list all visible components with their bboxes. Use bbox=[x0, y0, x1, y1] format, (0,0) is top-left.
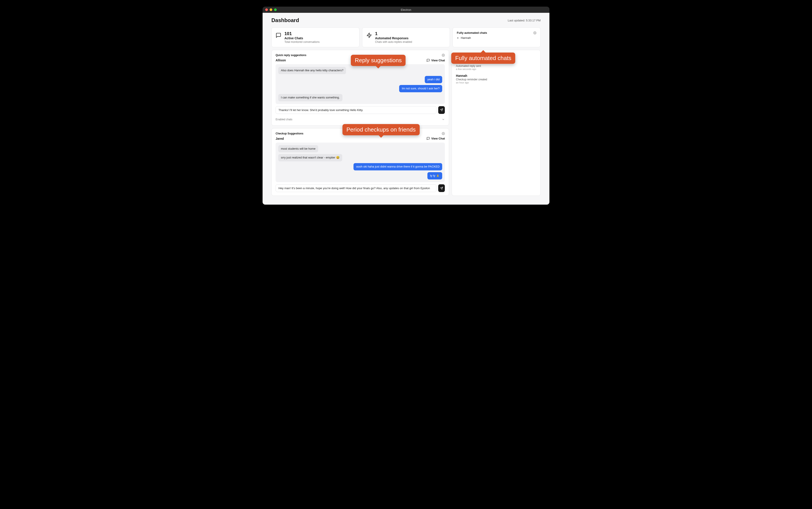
recent-activity-card: Recent Activity ToireasaAutomated reply … bbox=[452, 50, 540, 196]
svg-point-1 bbox=[534, 32, 535, 33]
window-close-button[interactable] bbox=[265, 8, 268, 11]
message-bubble-incoming: srry just realized that wasn't clear - e… bbox=[278, 154, 342, 161]
gear-icon[interactable] bbox=[533, 31, 536, 34]
view-chat-button[interactable]: View Chat bbox=[426, 59, 445, 62]
message-bubble-outgoing: Im not sure, should I ask her? bbox=[399, 85, 442, 92]
checkup-card: Checkup Suggestions Jared View Chat bbox=[272, 128, 449, 196]
activity-time: a few seconds ago bbox=[456, 68, 536, 70]
quick-reply-messages: Also does Hannah like any hello kitty ch… bbox=[276, 64, 445, 104]
message-bubble-incoming: Also does Hannah like any hello kitty ch… bbox=[278, 67, 346, 74]
traffic-lights bbox=[265, 8, 277, 11]
annotation-fully-automated: Fully automated chats bbox=[451, 53, 515, 64]
last-updated-label: Last updated: 5:33:17 PM bbox=[508, 19, 540, 22]
chat-icon bbox=[276, 32, 281, 38]
left-column: Quick reply suggestions Allison View Cha… bbox=[272, 50, 449, 196]
fully-automated-list: Hannah bbox=[457, 36, 536, 39]
chat-bubble-icon bbox=[426, 59, 430, 62]
activity-name: Hannah bbox=[456, 74, 536, 77]
automated-responses-desc: Chats with auto-replies enabled bbox=[375, 40, 412, 43]
svg-marker-0 bbox=[367, 33, 372, 38]
fully-automated-card: Fully automated chats Hannah bbox=[453, 27, 540, 47]
view-chat-button[interactable]: View Chat bbox=[426, 137, 445, 140]
activity-item: HannahCheckup reminder createdan hour ag… bbox=[456, 74, 536, 84]
automated-responses-value: 1 bbox=[375, 31, 412, 36]
quick-reply-chat-name: Allison bbox=[276, 59, 286, 62]
bolt-icon bbox=[366, 32, 372, 38]
active-chats-label: Active Chats bbox=[284, 36, 319, 40]
stat-card-active-chats: 101 Active Chats Total monitored convers… bbox=[272, 27, 359, 47]
enabled-chats-toggle[interactable]: Enabled chats bbox=[276, 117, 445, 122]
recent-activity-list: ToireasaAutomated reply senta few second… bbox=[456, 61, 536, 84]
activity-desc: Checkup reminder created bbox=[456, 78, 536, 81]
checkup-chat-name: Jared bbox=[276, 137, 284, 140]
annotation-reply-suggestions: Reply suggestions bbox=[351, 55, 405, 66]
main-grid: Quick reply suggestions Allison View Cha… bbox=[272, 50, 540, 196]
checkup-messages: most students will be homesrry just real… bbox=[276, 143, 445, 182]
annotation-period-checkups: Period checkups on friends bbox=[343, 124, 420, 135]
message-bubble-outgoing: ty ty 🙏 bbox=[427, 172, 442, 179]
enabled-chats-label: Enabled chats bbox=[276, 118, 292, 121]
gear-icon[interactable] bbox=[442, 132, 445, 135]
quick-reply-title: Quick reply suggestions bbox=[276, 54, 306, 57]
active-chats-desc: Total monitored conversations bbox=[284, 40, 319, 43]
titlebar: Electron bbox=[262, 7, 550, 13]
active-chats-value: 101 bbox=[284, 31, 319, 36]
activity-desc: Automated reply sent bbox=[456, 64, 536, 68]
window-zoom-button[interactable] bbox=[274, 8, 277, 11]
chevron-down-icon bbox=[442, 118, 445, 121]
checkup-title: Checkup Suggestions bbox=[276, 132, 304, 135]
view-chat-label: View Chat bbox=[431, 137, 445, 140]
stats-grid: 101 Active Chats Total monitored convers… bbox=[272, 27, 540, 47]
activity-time: an hour ago bbox=[456, 81, 536, 84]
send-icon bbox=[440, 187, 443, 190]
send-button[interactable] bbox=[438, 184, 445, 192]
app-window: Electron Dashboard Last updated: 5:33:17… bbox=[262, 7, 550, 205]
window-title: Electron bbox=[262, 8, 550, 11]
message-bubble-outgoing: yeah i did bbox=[425, 76, 443, 83]
chat-bubble-icon bbox=[426, 137, 430, 140]
svg-point-5 bbox=[443, 133, 444, 134]
automated-responses-label: Automated Responses bbox=[375, 36, 412, 40]
gear-icon[interactable] bbox=[442, 54, 445, 57]
list-item: Hannah bbox=[461, 36, 536, 39]
svg-point-2 bbox=[443, 55, 444, 56]
window-minimize-button[interactable] bbox=[270, 8, 272, 11]
quick-reply-input[interactable] bbox=[276, 106, 436, 114]
page-header: Dashboard Last updated: 5:33:17 PM bbox=[272, 17, 540, 24]
app-body: Dashboard Last updated: 5:33:17 PM 101 A… bbox=[262, 13, 550, 205]
send-button[interactable] bbox=[438, 106, 445, 114]
stat-card-automated-responses: 1 Automated Responses Chats with auto-re… bbox=[362, 27, 450, 47]
message-bubble-incoming: I can make something if she wants someth… bbox=[278, 94, 343, 101]
send-icon bbox=[440, 108, 443, 111]
message-bubble-incoming: most students will be home bbox=[278, 145, 318, 152]
message-bubble-outgoing: oooh oki haha just didnt wanna drive the… bbox=[353, 163, 442, 170]
page-title: Dashboard bbox=[272, 17, 299, 24]
fully-automated-title: Fully automated chats bbox=[457, 31, 487, 34]
view-chat-label: View Chat bbox=[431, 59, 445, 62]
checkup-reply-input[interactable]: Hey man! It's been a minute, hope you're… bbox=[276, 184, 436, 192]
